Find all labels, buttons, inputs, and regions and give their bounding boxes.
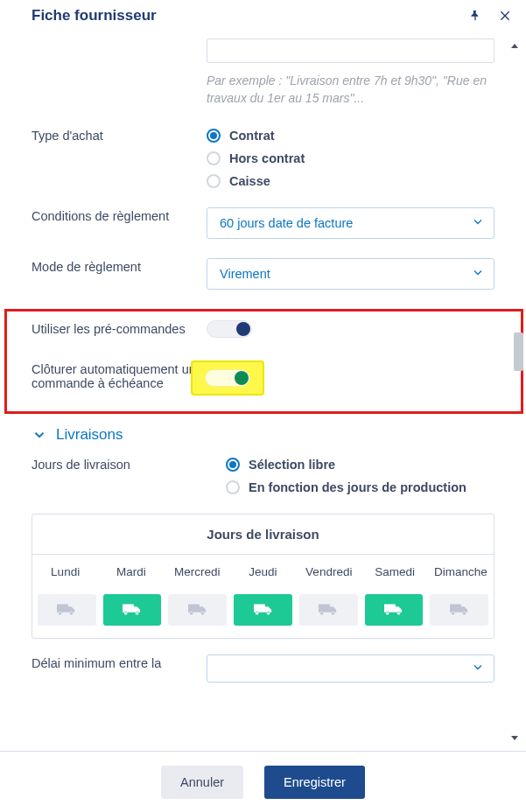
day-tile-lundi[interactable] xyxy=(38,594,96,626)
highlighted-settings-area: Utiliser les pré-commandes Clôturer auto… xyxy=(4,309,523,414)
preorders-toggle[interactable] xyxy=(207,320,252,338)
save-button[interactable]: Enregistrer xyxy=(264,766,365,799)
note-textarea[interactable] xyxy=(207,38,494,63)
delivery-days-label: Jours de livraison xyxy=(32,456,207,472)
chevron-down-icon xyxy=(471,265,485,282)
radio-label: En fonction des jours de production xyxy=(249,480,466,494)
select-value: 60 jours date de facture xyxy=(220,216,353,230)
day-header: Mercredi xyxy=(165,555,230,589)
mode-select[interactable]: Virement xyxy=(207,258,494,290)
min-delay-label: Délai minimum entre la xyxy=(32,654,207,670)
select-value: Virement xyxy=(220,267,270,281)
delivery-days-production[interactable]: En fonction des jours de production xyxy=(226,480,494,494)
day-header: Samedi xyxy=(361,555,427,589)
purchase-type-label: Type d'achat xyxy=(32,127,207,143)
panel-title: Fiche fournisseur xyxy=(32,7,157,24)
close-icon[interactable] xyxy=(496,7,514,24)
chevron-down-icon xyxy=(471,660,485,676)
radio-label: Sélection libre xyxy=(249,458,335,472)
day-tile-jeudi[interactable] xyxy=(234,594,292,626)
radio-label: Contrat xyxy=(229,129,275,143)
day-header: Jeudi xyxy=(230,555,296,589)
delivery-days-free[interactable]: Sélection libre xyxy=(226,458,494,472)
purchase-type-caisse[interactable]: Caisse xyxy=(207,174,494,188)
conditions-label: Conditions de règlement xyxy=(32,207,207,223)
radio-label: Hors contrat xyxy=(229,151,305,165)
purchase-type-hors-contrat[interactable]: Hors contrat xyxy=(207,151,494,165)
scroll-down-icon[interactable] xyxy=(508,732,521,744)
day-tile-vendredi[interactable] xyxy=(299,594,358,626)
day-header: Mardi xyxy=(98,555,164,589)
purchase-type-contrat[interactable]: Contrat xyxy=(207,129,494,143)
radio-label: Caisse xyxy=(229,174,270,188)
cancel-button[interactable]: Annuler xyxy=(161,766,243,799)
min-delay-select[interactable] xyxy=(207,654,494,682)
mode-label: Mode de règlement xyxy=(32,258,207,274)
autoclose-label: Clôturer automatiquement une commande à … xyxy=(32,360,207,390)
autoclose-toggle-highlight xyxy=(191,360,264,396)
day-header: Lundi xyxy=(32,555,98,589)
day-header: Dimanche xyxy=(428,555,494,589)
day-tile-mardi[interactable] xyxy=(103,594,162,626)
section-title: Livraisons xyxy=(56,426,123,444)
day-tile-samedi[interactable] xyxy=(365,594,424,626)
preorders-label: Utiliser les pré-commandes xyxy=(32,320,207,336)
scrollbar-thumb[interactable] xyxy=(514,332,523,371)
day-header: Vendredi xyxy=(296,555,361,589)
autoclose-toggle[interactable] xyxy=(205,369,250,387)
delivery-days-card: Jours de livraison Lundi Mardi Mercredi … xyxy=(32,514,494,639)
note-hint: Par exemple : "Livraison entre 7h et 9h3… xyxy=(207,72,494,108)
conditions-select[interactable]: 60 jours date de facture xyxy=(207,207,494,239)
pin-icon[interactable] xyxy=(466,7,484,24)
section-deliveries-header[interactable]: Livraisons xyxy=(32,426,517,444)
day-tile-mercredi[interactable] xyxy=(168,594,227,626)
chevron-down-icon xyxy=(471,214,485,231)
days-card-title: Jours de livraison xyxy=(32,514,494,555)
day-tile-dimanche[interactable] xyxy=(430,594,488,626)
